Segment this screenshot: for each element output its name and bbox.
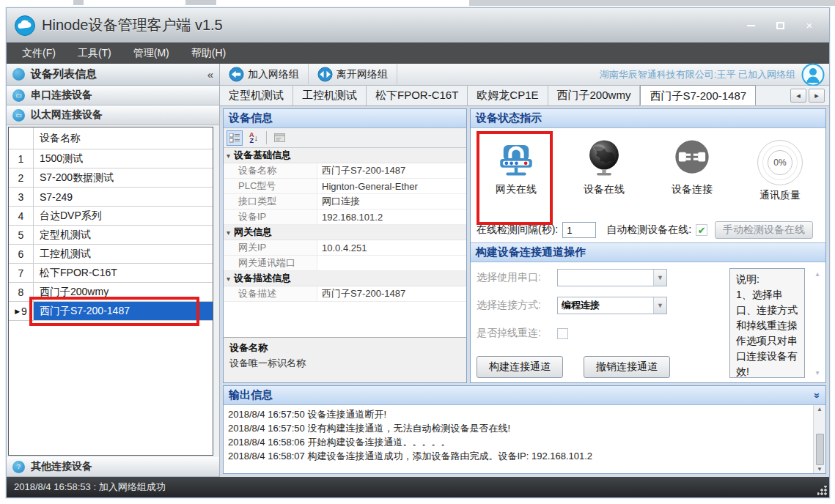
minimize-button[interactable]	[744, 20, 757, 32]
tab-prev-icon[interactable]: ◂	[790, 89, 806, 103]
categorized-view-icon[interactable]	[227, 130, 243, 146]
device-row-name: S7-249	[34, 188, 213, 206]
tab-4[interactable]: 西门子200wmy	[548, 86, 641, 105]
tab-5[interactable]: 西门子S7-200-1487	[640, 85, 756, 105]
pg-category-2[interactable]: ▾设备描述信息	[224, 271, 466, 286]
device-row-8[interactable]: 8西门子200wmy	[9, 283, 213, 302]
device-row-9[interactable]: ▶9西门子S7-200-1487	[9, 302, 213, 321]
category-caret-icon[interactable]: ▾	[227, 152, 230, 160]
status-bar: 2018/8/4 16:58:53 : 加入网络组成功	[7, 477, 829, 497]
pg-row[interactable]: 设备名称西门子S7-200-1487	[224, 163, 466, 179]
device-row-number: ▶9	[9, 302, 34, 320]
resize-grip[interactable]	[817, 486, 827, 495]
device-row-2[interactable]: 2S7-200数据测试	[9, 168, 213, 188]
join-group-button[interactable]: 加入网络组	[220, 64, 309, 86]
device-row-4[interactable]: 4台达DVP系列	[9, 207, 213, 226]
leave-group-button[interactable]: 离开网络组	[309, 64, 397, 86]
pg-row-label: 网关通讯端口	[224, 256, 317, 270]
reconnect-checkbox[interactable]	[557, 328, 568, 339]
leave-group-icon	[317, 67, 333, 82]
device-row-7[interactable]: 7松下FPOR-C16T	[9, 264, 213, 283]
device-row-name: 1500测试	[34, 149, 213, 168]
app-window: Hinode设备管理客户端 v1.5 × 文件(F)工具(T)管理(M)帮助(H…	[6, 7, 830, 498]
category-caret-icon[interactable]: ▾	[227, 275, 230, 283]
tab-scroll-arrows: ◂▸	[790, 89, 829, 105]
alphabetical-sort-icon[interactable]: AZ↓	[246, 130, 262, 146]
device-row-3[interactable]: 3S7-249	[9, 188, 213, 207]
interval-input[interactable]	[562, 222, 596, 238]
combo-arrow-icon[interactable]: ▼	[653, 297, 666, 314]
channel-form: 选择使用串口: ▼ 选择连接方式: 编程连接	[477, 268, 722, 378]
current-row-marker-icon: ▶	[15, 308, 20, 315]
device-number-header	[9, 127, 34, 149]
tab-3[interactable]: 欧姆龙CP1E	[468, 86, 548, 105]
status-message: 2018/8/4 16:58:53 : 加入网络组成功	[14, 481, 166, 494]
reconnect-label: 是否掉线重连:	[477, 327, 557, 340]
background-artifact	[185, 0, 216, 5]
background-artifact	[469, 0, 835, 6]
menu-item-0[interactable]: 文件(F)	[11, 42, 67, 64]
help-title: 设备名称	[229, 341, 460, 355]
scroll-hint-up-icon: ▴	[815, 270, 819, 278]
interval-label: 在线检测间隔(秒):	[477, 223, 558, 237]
join-group-icon	[229, 67, 244, 82]
device-online-icon	[583, 137, 625, 179]
output-scrollbar[interactable]: ▲ ▼	[813, 405, 825, 473]
sidebar-header: 设备列表信息 «	[7, 64, 219, 86]
menu-item-2[interactable]: 管理(M)	[122, 42, 180, 64]
device-tab-bar: 定型机测试工控机测试松下FPOR-C16T欧姆龙CP1E西门子200wmy西门子…	[220, 86, 829, 106]
menu-item-1[interactable]: 工具(T)	[67, 42, 122, 64]
pg-row[interactable]: PLC型号Hignton-General-Ether	[224, 179, 466, 194]
pg-row[interactable]: 设备描述西门子S7-200-1487	[224, 286, 466, 302]
log-line-3: 2018/8/4 16:58:07 构建设备连接通道成功，添加设备路由完成。设备…	[228, 449, 809, 463]
other-devices-icon: ?	[12, 461, 25, 473]
manual-detect-button[interactable]: 手动检测设备在线	[715, 221, 813, 239]
combo-arrow-icon[interactable]: ▼	[653, 270, 666, 286]
output-log: 2018/8/4 16:57:50 设备连接通道断开!2018/8/4 16:5…	[224, 405, 813, 473]
user-avatar[interactable]	[801, 63, 825, 86]
pg-category-0[interactable]: ▾设备基础信息	[224, 148, 466, 163]
tab-2[interactable]: 松下FPOR-C16T	[367, 86, 468, 105]
revoke-channel-button[interactable]: 撤销连接通道	[584, 356, 670, 378]
pg-row-label: PLC型号	[224, 179, 317, 193]
serial-select-combo[interactable]: ▼	[557, 269, 667, 286]
serial-port-icon: ▭	[12, 89, 25, 102]
category-caret-icon[interactable]: ▾	[227, 229, 230, 237]
note-line-0: 说明:	[736, 272, 798, 287]
device-row-6[interactable]: 6工控机测试	[9, 245, 213, 264]
auto-detect-checkbox[interactable]: ✔	[696, 224, 707, 236]
device-row-1[interactable]: 11500测试	[9, 149, 213, 168]
section-serial-devices[interactable]: ▭ 串口连接设备	[7, 86, 219, 105]
scrollbar-thumb[interactable]	[816, 434, 824, 464]
device-row-5[interactable]: 5定型机测试	[9, 226, 213, 245]
tab-next-icon[interactable]: ▸	[809, 89, 825, 103]
scroll-up-icon[interactable]: ▲	[814, 405, 825, 413]
device-row-number: 6	[9, 245, 34, 263]
close-button[interactable]: ×	[803, 20, 816, 32]
pg-row-value: 192.168.101.2	[317, 210, 466, 224]
scroll-down-icon[interactable]: ▼	[814, 465, 825, 473]
pg-category-1[interactable]: ▾网关信息	[224, 225, 466, 240]
pg-row[interactable]: 网关IP10.0.4.251	[224, 240, 466, 256]
maximize-button[interactable]	[773, 20, 787, 32]
title-bar[interactable]: Hinode设备管理客户端 v1.5 ×	[7, 8, 829, 42]
channel-operations-section: 构建设备连接通道操作 选择使用串口: ▼	[471, 242, 825, 382]
tab-0[interactable]: 定型机测试	[220, 86, 293, 105]
build-channel-button[interactable]: 构建连接通道	[477, 356, 563, 378]
pg-row[interactable]: 网关通讯端口	[224, 256, 466, 271]
device-info-header: 设备信息	[224, 109, 466, 128]
pg-row[interactable]: 设备IP192.168.101.2	[224, 210, 466, 225]
menu-bar: 文件(F)工具(T)管理(M)帮助(H)	[7, 42, 829, 64]
help-description: 设备唯一标识名称	[229, 357, 460, 370]
pg-row[interactable]: 接口类型网口连接	[224, 194, 466, 210]
pg-row-value: Hignton-General-Ether	[317, 179, 466, 193]
section-ethernet-devices[interactable]: ▭ 以太网连接设备	[7, 105, 219, 125]
collapse-sidebar-icon[interactable]: «	[207, 68, 213, 81]
tab-1[interactable]: 工控机测试	[293, 86, 367, 105]
property-pages-icon	[271, 130, 287, 146]
device-connect-icon	[671, 137, 713, 179]
menu-item-3[interactable]: 帮助(H)	[180, 42, 237, 64]
output-collapse-icon[interactable]: »	[812, 393, 823, 399]
connect-mode-combo[interactable]: 编程连接 ▼	[557, 297, 667, 314]
section-other-devices[interactable]: ? 其他连接设备	[7, 457, 219, 477]
